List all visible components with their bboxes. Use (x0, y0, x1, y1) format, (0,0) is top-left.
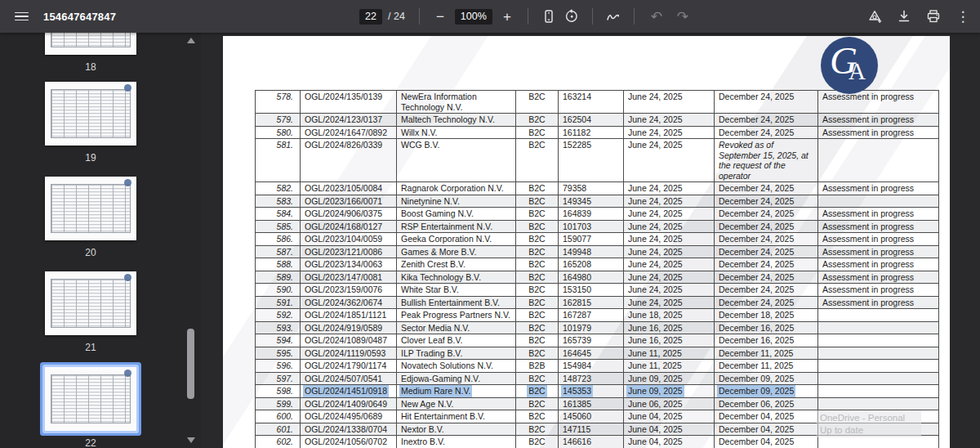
cell-st: Assessment in progress (818, 220, 939, 233)
fit-page-button[interactable] (537, 5, 560, 28)
cell-co: Willx N.V. (397, 126, 516, 139)
page-thumbnail-label: 18 (45, 61, 136, 73)
cell-lic: OGL/2024/919/0589 (301, 321, 397, 334)
cell-d1: June 24, 2025 (624, 258, 715, 271)
cell-ref: 145353 (559, 385, 624, 398)
cell-lic: OGL/2023/104/0059 (301, 233, 397, 246)
cell-d1: June 18, 2025 (624, 309, 715, 322)
thumbnail-logo-dot (124, 84, 131, 92)
download-button[interactable] (892, 5, 916, 28)
cell-lic: OGL/2024/362/0674 (301, 296, 397, 309)
zoom-in-button[interactable]: + (496, 5, 519, 28)
cell-d1: June 11, 2025 (624, 347, 715, 360)
download-icon (897, 9, 911, 24)
cell-lic: OGL/2024/1851/1121 (301, 309, 397, 322)
cell-co: Novatech Solutions N.V. (397, 360, 516, 373)
menu-button[interactable] (11, 7, 31, 26)
cell-lic: OGL/2024/1089/0487 (301, 334, 397, 347)
page-thumbnail[interactable] (45, 33, 136, 55)
cell-co: Nextor B.V. (397, 423, 516, 436)
cell-st (818, 360, 939, 373)
undo-button[interactable]: ↶ (645, 5, 668, 28)
page-number-input[interactable]: 22 (359, 9, 382, 25)
cell-st: Assessment in progress (818, 208, 939, 221)
cell-d2: December 04, 2025 (715, 436, 818, 448)
pdf-viewer-window: 154647647847 22 / 24 − 100% + (0, 0, 980, 448)
cell-n: 579. (256, 114, 301, 127)
cell-ref: 101703 (559, 220, 624, 233)
cell-d2: December 24, 2025 (715, 258, 818, 271)
table-row: 599.OGL/2024/1409/0649New Age N.V.B2C161… (256, 397, 939, 410)
cell-co: Clover Leaf B.V. (397, 334, 516, 347)
save-to-drive-button[interactable] (862, 5, 887, 28)
cell-d2: December 04, 2025 (715, 410, 818, 423)
zoom-level-input[interactable]: 100% (455, 9, 492, 25)
cell-d1: June 24, 2025 (624, 296, 715, 309)
cell-lic: OGL/2024/168/0127 (301, 220, 397, 233)
text-selection-highlight: OGL/2024/1451/0918 (305, 386, 387, 396)
draw-button[interactable] (602, 5, 625, 28)
cell-lic: OGL/2024/1451/0918 (301, 385, 397, 398)
redo-button[interactable]: ↷ (671, 5, 694, 28)
cell-ref: 153150 (559, 284, 624, 297)
cell-lic: OGL/2024/1338/0704 (301, 423, 397, 436)
page-thumbnail[interactable] (45, 271, 136, 335)
cell-co: Hit Entertainment B.V. (397, 410, 516, 423)
table-row: 588.OGL/2023/134/0063Zenith Crest B.V.B2… (256, 258, 939, 271)
cell-st (818, 309, 939, 322)
scroll-down-arrow[interactable] (187, 437, 195, 443)
page-total-label: / 24 (388, 11, 405, 22)
cell-st: Assessment in progress (818, 296, 939, 309)
cell-d1: June 24, 2025 (624, 284, 715, 297)
cell-co: Ninetynine N.V. (397, 195, 516, 208)
cell-ref: 101979 (559, 321, 624, 334)
page-thumbnail-label: 20 (45, 247, 136, 258)
more-options-button[interactable]: ⋮ (951, 5, 975, 28)
cell-d2: December 24, 2025 (715, 91, 818, 114)
table-row: 589.OGL/2023/147/0081Kika Technology B.V… (256, 271, 939, 284)
cell-co: NewEra Information Technology N.V. (397, 91, 516, 114)
cell-d2: December 24, 2025 (715, 233, 818, 246)
cell-ref: 165208 (559, 258, 624, 271)
rotate-button[interactable] (560, 5, 583, 28)
cell-d2: December 04, 2025 (715, 423, 818, 436)
print-button[interactable] (921, 5, 946, 28)
cell-lic: OGL/2024/135/0139 (301, 91, 397, 114)
cell-lic: OGL/2024/123/0137 (301, 114, 397, 127)
cell-t: B2C (516, 245, 559, 258)
page-thumbnail[interactable] (45, 177, 136, 240)
cell-t: B2C (516, 410, 559, 423)
cell-ref: 161182 (559, 126, 624, 139)
cell-n: 578. (256, 91, 301, 114)
scrollbar-thumb[interactable] (187, 329, 194, 399)
page-thumbnail[interactable] (45, 82, 136, 146)
cell-ref: 161385 (559, 397, 624, 410)
cell-t: B2C (516, 436, 559, 448)
cell-t: B2C (516, 309, 559, 322)
cell-st (818, 385, 939, 398)
scroll-up-arrow[interactable] (187, 38, 195, 43)
cell-st: Assessment in progress (818, 245, 939, 258)
cell-d1: June 24, 2025 (624, 233, 715, 246)
cell-n: 598. (256, 385, 301, 398)
table-row: 585.OGL/2024/168/0127RSP Entertainment N… (256, 220, 939, 233)
table-row: 584.OGL/2024/906/0375Boost Gaming N.V.B2… (256, 208, 939, 221)
fit-page-icon (541, 9, 556, 24)
cell-ref: 149345 (559, 195, 624, 208)
cell-d1: June 24, 2025 (624, 208, 715, 221)
zoom-out-button[interactable]: − (429, 5, 452, 28)
thumbnail-preview (51, 374, 131, 423)
cell-co: Medium Rare N.V. (397, 385, 516, 398)
sidebar-scrollbar[interactable] (185, 33, 196, 448)
cell-d2: December 24, 2025 (715, 114, 818, 127)
cell-lic: OGL/2023/134/0063 (301, 258, 397, 271)
cell-t: B2C (516, 126, 559, 139)
cell-co: Edjowa-Gaming N.V. (397, 372, 516, 385)
text-selection-highlight: 145353 (563, 386, 591, 396)
page-thumbnail-label: 22 (45, 437, 136, 448)
cell-n: 597. (256, 372, 301, 385)
text-selection-highlight: Medium Rare N.V. (401, 386, 470, 396)
thumbnail-preview (51, 89, 131, 138)
page-thumbnail[interactable] (45, 367, 136, 431)
toolbar: 154647647847 22 / 24 − 100% + (0, 0, 980, 33)
